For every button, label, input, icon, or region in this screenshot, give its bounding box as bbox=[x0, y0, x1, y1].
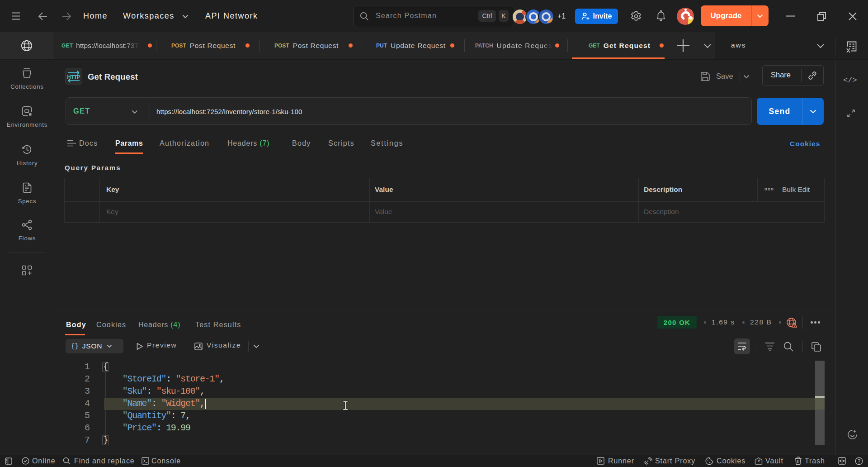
svg-text:HTTP: HTTP bbox=[67, 74, 80, 80]
